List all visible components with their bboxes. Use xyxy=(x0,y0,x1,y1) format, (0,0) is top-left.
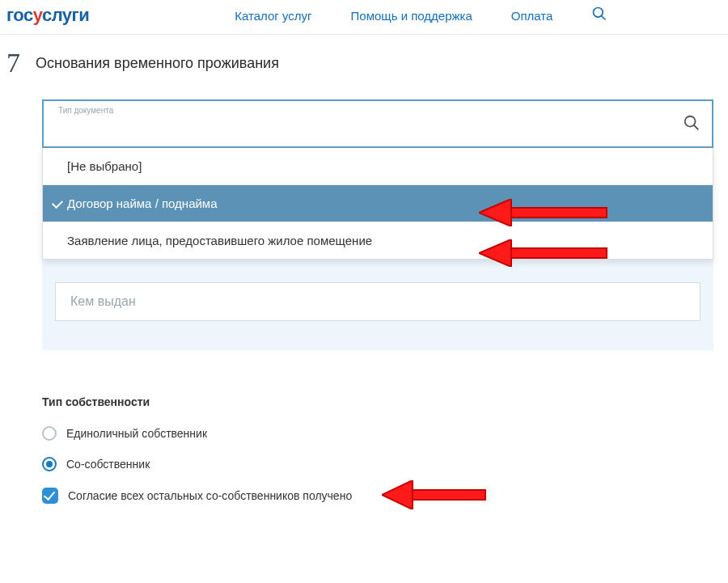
search-button[interactable] xyxy=(591,6,607,25)
ownership-section: Тип собственности Единоличный собственни… xyxy=(42,395,728,504)
radio-sole-owner-label: Единоличный собственник xyxy=(66,427,207,440)
radio-co-owner[interactable] xyxy=(42,457,57,471)
nav-catalog[interactable]: Каталог услуг xyxy=(235,9,311,23)
svg-rect-8 xyxy=(413,490,485,500)
logo-part-3: слуги xyxy=(42,5,89,25)
nav-help[interactable]: Помощь и поддержка xyxy=(351,9,472,23)
select-search-icon xyxy=(683,114,700,135)
nav: Каталог услуг Помощь и поддержка Оплата xyxy=(235,9,552,23)
step-number: 7 xyxy=(6,49,36,77)
svg-point-0 xyxy=(594,8,603,18)
select-label: Тип документа xyxy=(58,106,113,115)
logo: госуслуги xyxy=(6,5,89,26)
svg-marker-9 xyxy=(382,480,413,509)
step-header: 7 Основания временного проживания xyxy=(0,35,728,77)
svg-line-3 xyxy=(694,125,699,130)
document-type-select[interactable]: Тип документа xyxy=(42,99,713,148)
select-input[interactable] xyxy=(44,101,712,146)
radio-sole-owner-row[interactable]: Единоличный собственник xyxy=(42,426,728,441)
issued-by-placeholder: Кем выдан xyxy=(70,294,136,309)
option-none[interactable]: [Не выбрано] xyxy=(43,148,713,184)
step-title: Основания временного проживания xyxy=(36,49,279,72)
radio-co-owner-label: Со-собственник xyxy=(66,458,150,471)
ownership-title: Тип собственности xyxy=(42,395,728,408)
radio-co-owner-row[interactable]: Со-собственник xyxy=(42,457,728,471)
radio-sole-owner[interactable] xyxy=(42,426,57,441)
nav-payment[interactable]: Оплата xyxy=(511,9,553,23)
logo-part-2: у xyxy=(33,5,42,25)
consent-checkbox[interactable] xyxy=(42,488,58,504)
issued-by-input[interactable]: Кем выдан xyxy=(55,282,700,321)
svg-point-2 xyxy=(685,116,696,127)
svg-line-1 xyxy=(602,16,606,20)
option-rent[interactable]: Договор найма / поднайма xyxy=(43,184,713,222)
form-area: Тип документа [Не выбрано] Договор найма… xyxy=(42,99,713,350)
consent-checkbox-row[interactable]: Согласие всех остальных со-собственников… xyxy=(42,488,728,504)
annotation-arrow-3 xyxy=(382,480,487,509)
document-type-dropdown: [Не выбрано] Договор найма / поднайма За… xyxy=(42,148,713,260)
logo-part-1: гос xyxy=(6,5,33,25)
option-statement[interactable]: Заявление лица, предоставившего жилое по… xyxy=(43,222,713,259)
search-icon xyxy=(591,11,607,24)
header: госуслуги Каталог услуг Помощь и поддерж… xyxy=(0,0,728,35)
consent-label: Согласие всех остальных со-собственников… xyxy=(68,489,352,502)
